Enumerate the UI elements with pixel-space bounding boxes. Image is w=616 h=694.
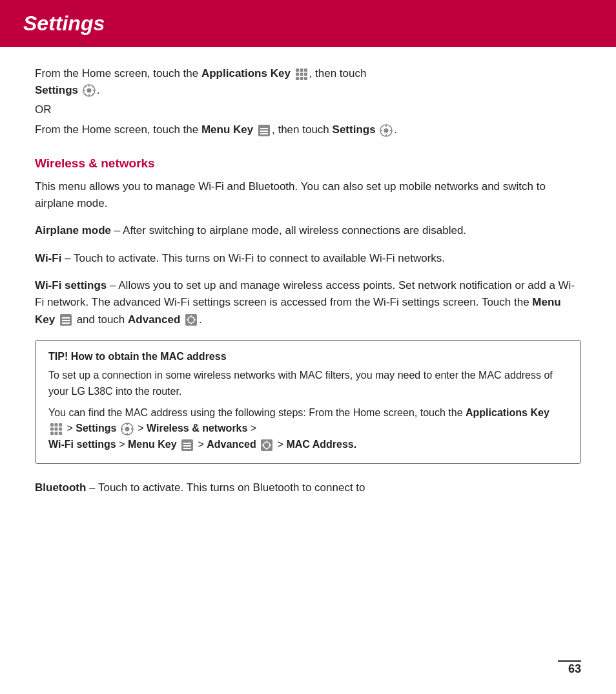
- svg-rect-31: [62, 320, 70, 321]
- advanced-label: Advanced: [128, 313, 180, 326]
- svg-rect-39: [50, 423, 54, 426]
- bluetooth-text: – Touch to activate. This turns on Bluet…: [86, 481, 365, 494]
- svg-rect-46: [55, 432, 58, 435]
- bluetooth-bold: Bluetooth: [35, 481, 86, 494]
- svg-rect-41: [59, 423, 62, 426]
- intro-text-mid: , then touch: [272, 123, 333, 136]
- tip-gt3: >: [247, 423, 256, 434]
- svg-rect-25: [385, 125, 387, 127]
- tip-menu-icon: [181, 439, 194, 452]
- applications-key-icon: [295, 68, 308, 81]
- tip-body-3: Wi-Fi settings > Menu Key > Advanced: [48, 437, 568, 453]
- bluetooth-para: Bluetooth – Touch to activate. This turn…: [35, 479, 581, 496]
- wifi-text: – Touch to activate. This turns on Wi-Fi…: [61, 252, 445, 264]
- tip-advanced: Advanced: [207, 439, 256, 450]
- airplane-mode-para: Airplane mode – After switching to airpl…: [35, 222, 581, 239]
- wifi-settings-bold: Wi-Fi settings: [35, 279, 107, 291]
- settings-icon-2: [380, 124, 393, 137]
- svg-point-10: [87, 89, 91, 93]
- svg-rect-30: [62, 317, 70, 319]
- settings-label-1: Settings: [35, 84, 78, 96]
- tip-body3-gt1: >: [116, 439, 128, 450]
- svg-rect-4: [300, 72, 303, 76]
- tip-apps-key: Applications Key: [466, 407, 549, 418]
- svg-rect-7: [300, 77, 303, 80]
- tip-wifi-settings: Wi-Fi settings: [48, 439, 116, 450]
- tip-body-2: You can find the MAC address using the f…: [48, 405, 568, 437]
- svg-rect-51: [127, 433, 128, 435]
- svg-rect-56: [183, 445, 191, 447]
- svg-rect-44: [59, 428, 62, 431]
- menu-key-icon-1: [258, 124, 271, 137]
- svg-rect-55: [183, 443, 191, 444]
- svg-rect-13: [83, 90, 85, 91]
- svg-rect-47: [59, 432, 62, 435]
- svg-rect-42: [50, 428, 54, 431]
- menu-key-icon-2: [59, 313, 72, 326]
- tip-settings-icon: [121, 423, 134, 436]
- svg-rect-22: [260, 133, 268, 134]
- tip-menu-key: Menu Key: [128, 439, 177, 450]
- svg-rect-3: [296, 72, 299, 76]
- wifi-settings-end: .: [199, 313, 202, 326]
- tip-gt1: >: [64, 423, 76, 434]
- svg-rect-53: [131, 428, 133, 430]
- tip-mac-address: MAC Address.: [286, 439, 356, 450]
- tip-gt2: >: [135, 423, 147, 434]
- tip-title: TIP! How to obtain the MAC address: [48, 351, 568, 363]
- or-label: OR: [35, 103, 581, 116]
- page-title: Settings: [23, 12, 593, 36]
- intro-paragraph-2: From the Home screen, touch the Menu Key…: [35, 121, 581, 138]
- tip-body2-text: You can find the MAC address using the f…: [48, 407, 466, 418]
- wifi-settings-text1: – Allows you to set up and manage wirele…: [35, 279, 575, 308]
- svg-rect-1: [300, 68, 303, 72]
- wifi-settings-para: Wi-Fi settings – Allows you to set up an…: [35, 277, 581, 328]
- svg-rect-28: [390, 130, 392, 131]
- svg-rect-20: [260, 128, 268, 129]
- tip-apps-icon: [50, 423, 63, 436]
- wifi-para: Wi-Fi – Touch to activate. This turns on…: [35, 250, 581, 267]
- intro-paragraph-1: From the Home screen, touch the Applicat…: [35, 65, 581, 98]
- svg-rect-21: [260, 131, 268, 132]
- header-bar: Settings: [0, 0, 616, 47]
- svg-rect-27: [380, 130, 382, 131]
- wireless-description: This menu allows you to manage Wi-Fi and…: [35, 178, 581, 213]
- tip-settings: Settings: [76, 423, 116, 434]
- svg-rect-52: [121, 428, 123, 430]
- advanced-icon-1: [185, 313, 198, 326]
- svg-point-49: [125, 427, 129, 432]
- intro-text-1: From the Home screen, touch the: [35, 67, 201, 79]
- tip-body3-gt3: >: [274, 439, 286, 450]
- svg-rect-5: [304, 72, 307, 76]
- svg-rect-40: [55, 423, 58, 426]
- tip-body-1: To set up a connection in some wireless …: [48, 368, 568, 400]
- svg-rect-12: [88, 94, 90, 96]
- airplane-mode-text: – After switching to airplane mode, all …: [111, 224, 466, 237]
- svg-rect-32: [62, 322, 70, 324]
- svg-rect-6: [296, 77, 299, 80]
- svg-rect-8: [304, 77, 307, 80]
- settings-label-2: Settings: [333, 123, 376, 136]
- svg-rect-26: [385, 134, 387, 136]
- tip-wireless: Wireless & networks: [147, 423, 247, 434]
- svg-point-24: [384, 128, 389, 132]
- svg-rect-14: [93, 90, 95, 91]
- intro-text-3: From the Home screen, touch the: [35, 123, 201, 136]
- menu-key-label-1: Menu Key: [201, 123, 253, 136]
- svg-rect-43: [55, 428, 58, 431]
- svg-rect-50: [127, 423, 128, 425]
- wifi-settings-and: and touch: [74, 313, 128, 326]
- svg-rect-2: [304, 68, 307, 72]
- tip-box: TIP! How to obtain the MAC address To se…: [35, 340, 581, 464]
- tip-body3-gt2: >: [195, 439, 207, 450]
- page-divider: [558, 660, 581, 662]
- wifi-bold: Wi-Fi: [35, 252, 61, 264]
- wireless-section-title: Wireless & networks: [35, 156, 581, 171]
- page-number: 63: [568, 662, 581, 676]
- applications-key-label: Applications Key: [201, 67, 291, 79]
- svg-rect-45: [50, 432, 54, 435]
- svg-rect-0: [296, 68, 299, 72]
- svg-rect-11: [88, 85, 90, 87]
- svg-rect-57: [183, 448, 191, 449]
- settings-icon-1: [83, 84, 96, 97]
